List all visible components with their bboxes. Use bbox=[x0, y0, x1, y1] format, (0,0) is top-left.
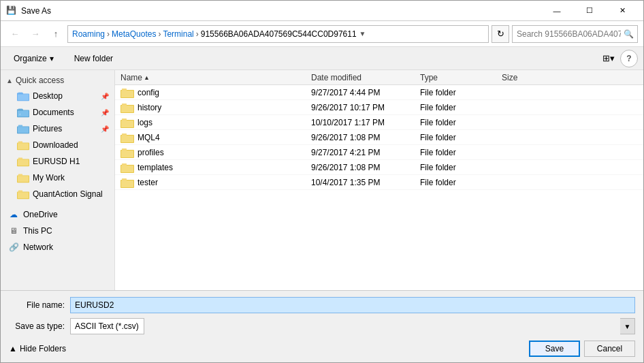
help-button[interactable]: ? bbox=[620, 50, 638, 67]
network-label: Network bbox=[23, 242, 53, 252]
sidebar-item-downloaded[interactable]: Downloaded bbox=[1, 137, 114, 153]
save-button[interactable]: Save bbox=[529, 341, 580, 357]
file-rows-container: config 9/27/2017 4:44 PM File folder his… bbox=[115, 85, 643, 190]
table-row[interactable]: tester 10/4/2017 1:35 PM File folder bbox=[115, 175, 643, 190]
titlebar-left: 💾 Save As bbox=[6, 5, 51, 16]
table-row[interactable]: history 9/26/2017 10:17 PM File folder bbox=[115, 100, 643, 115]
search-input[interactable] bbox=[512, 25, 638, 43]
save-label: Save bbox=[545, 344, 564, 353]
sidebar-item-network[interactable]: 🔗 Network bbox=[1, 239, 114, 255]
svg-rect-29 bbox=[121, 106, 133, 112]
svg-rect-35 bbox=[121, 136, 133, 142]
sidebar-quickaccess-header[interactable]: ▲ Quick access bbox=[1, 73, 114, 88]
svg-rect-32 bbox=[121, 121, 133, 127]
table-row[interactable]: logs 10/10/2017 1:17 PM File folder bbox=[115, 115, 643, 130]
cancel-button[interactable]: Cancel bbox=[584, 341, 635, 357]
organize-button[interactable]: Organize ▾ bbox=[6, 50, 61, 67]
sidebar-item-documents[interactable]: ↓ Documents 📌 bbox=[1, 104, 114, 121]
dialog-icon: 💾 bbox=[6, 5, 17, 16]
row-date: 9/27/2017 4:21 PM bbox=[308, 148, 417, 157]
main-area: ▲ Quick access Desktop 📌 bbox=[1, 70, 643, 290]
back-button[interactable]: ← bbox=[6, 25, 24, 43]
row-type: File folder bbox=[417, 133, 499, 142]
table-row[interactable]: templates 9/26/2017 1:08 PM File folder bbox=[115, 160, 643, 175]
close-button[interactable]: ✕ bbox=[607, 1, 638, 21]
desktop-label: Desktop bbox=[33, 91, 63, 101]
row-type: File folder bbox=[417, 118, 499, 127]
filetype-label: Save as type: bbox=[9, 321, 70, 331]
form-actions: ▲ Hide Folders Save Cancel bbox=[9, 341, 635, 357]
quantaction-label: QuantAction Signal bbox=[33, 189, 103, 199]
sidebar-item-eurusd[interactable]: EURUSD H1 bbox=[1, 153, 114, 170]
folder-icon bbox=[120, 147, 134, 158]
breadcrumb-roaming: Roaming bbox=[72, 29, 105, 39]
col-date-label: Date modified bbox=[311, 73, 361, 82]
sidebar-item-quantaction[interactable]: QuantAction Signal bbox=[1, 186, 114, 202]
svg-rect-23 bbox=[18, 192, 29, 198]
new-folder-label: New folder bbox=[74, 54, 113, 63]
svg-rect-37 bbox=[122, 148, 127, 151]
row-date: 9/27/2017 4:44 PM bbox=[308, 88, 417, 97]
maximize-button[interactable]: ☐ bbox=[574, 1, 605, 21]
table-row[interactable]: profiles 9/27/2017 4:21 PM File folder bbox=[115, 145, 643, 160]
select-dropdown-arrow: ▼ bbox=[620, 318, 635, 334]
breadcrumb[interactable]: Roaming › MetaQuotes › Terminal › 915566… bbox=[67, 25, 489, 43]
col-header-size[interactable]: Size bbox=[499, 70, 553, 84]
row-date: 9/26/2017 1:08 PM bbox=[308, 163, 417, 172]
minimize-button[interactable]: — bbox=[541, 1, 573, 21]
view-button[interactable]: ⊞ ▾ bbox=[600, 50, 617, 67]
svg-rect-14 bbox=[18, 143, 29, 149]
filetype-select[interactable]: ASCII Text (*.csv) bbox=[70, 318, 144, 334]
titlebar-controls: — ☐ ✕ bbox=[541, 1, 638, 21]
col-header-type[interactable]: Type bbox=[417, 70, 499, 84]
svg-rect-20 bbox=[18, 176, 29, 182]
refresh-button[interactable]: ↻ bbox=[492, 25, 509, 43]
svg-rect-31 bbox=[122, 119, 127, 121]
sidebar-item-pictures[interactable]: Pictures 📌 bbox=[1, 121, 114, 137]
pictures-label: Pictures bbox=[33, 124, 62, 133]
svg-rect-10 bbox=[18, 125, 22, 127]
svg-rect-2 bbox=[18, 94, 29, 100]
svg-rect-28 bbox=[122, 104, 127, 106]
table-row[interactable]: config 9/27/2017 4:44 PM File folder bbox=[115, 85, 643, 100]
folder-icon bbox=[120, 162, 134, 173]
row-date: 9/26/2017 1:08 PM bbox=[308, 133, 417, 142]
svg-rect-44 bbox=[121, 180, 133, 187]
svg-text:↓: ↓ bbox=[19, 112, 21, 116]
documents-label: Documents bbox=[33, 108, 74, 117]
filename-row: File name: bbox=[9, 296, 635, 314]
documents-pin-icon: 📌 bbox=[101, 109, 109, 116]
addressbar: ← → ↑ Roaming › MetaQuotes › Terminal › … bbox=[1, 21, 643, 47]
row-name: profiles bbox=[138, 148, 164, 157]
sidebar-item-thispc[interactable]: 🖥 This PC bbox=[1, 223, 114, 239]
dialog-window: 💾 Save As — ☐ ✕ ← → ↑ Roaming › MetaQuot… bbox=[0, 0, 644, 363]
row-type: File folder bbox=[417, 103, 499, 112]
filename-input[interactable] bbox=[70, 297, 635, 313]
hide-folders-label: Hide Folders bbox=[20, 344, 66, 353]
forward-button[interactable]: → bbox=[27, 25, 44, 43]
col-header-date[interactable]: Date modified bbox=[308, 70, 417, 84]
svg-rect-11 bbox=[18, 127, 29, 133]
hide-folders-button[interactable]: ▲ Hide Folders bbox=[9, 344, 66, 353]
new-folder-button[interactable]: New folder bbox=[67, 50, 120, 67]
view-arrow: ▾ bbox=[610, 53, 615, 63]
sidebar-item-mywork[interactable]: My Work bbox=[1, 170, 114, 186]
table-row[interactable]: MQL4 9/26/2017 1:08 PM File folder bbox=[115, 130, 643, 145]
file-list: Name ▲ Date modified Type Size bbox=[115, 70, 643, 290]
onedrive-icon: ☁ bbox=[7, 209, 20, 220]
up-button[interactable]: ↑ bbox=[47, 25, 65, 43]
mywork-icon bbox=[17, 172, 29, 183]
col-name-label: Name bbox=[120, 73, 142, 82]
col-header-name[interactable]: Name ▲ bbox=[118, 70, 308, 84]
svg-rect-43 bbox=[122, 178, 127, 180]
breadcrumb-terminal: Terminal bbox=[163, 29, 193, 39]
row-name: config bbox=[138, 88, 159, 97]
filetype-row: Save as type: ASCII Text (*.csv) ▼ bbox=[9, 317, 635, 335]
sidebar-item-onedrive[interactable]: ☁ OneDrive bbox=[1, 206, 114, 223]
cancel-label: Cancel bbox=[597, 344, 622, 353]
hide-folders-arrow-icon: ▲ bbox=[9, 344, 17, 353]
thispc-label: This PC bbox=[23, 226, 52, 236]
sidebar-item-desktop[interactable]: Desktop 📌 bbox=[1, 88, 114, 104]
folder-icon bbox=[120, 117, 134, 128]
filetype-select-wrapper: ASCII Text (*.csv) ▼ bbox=[70, 318, 635, 334]
